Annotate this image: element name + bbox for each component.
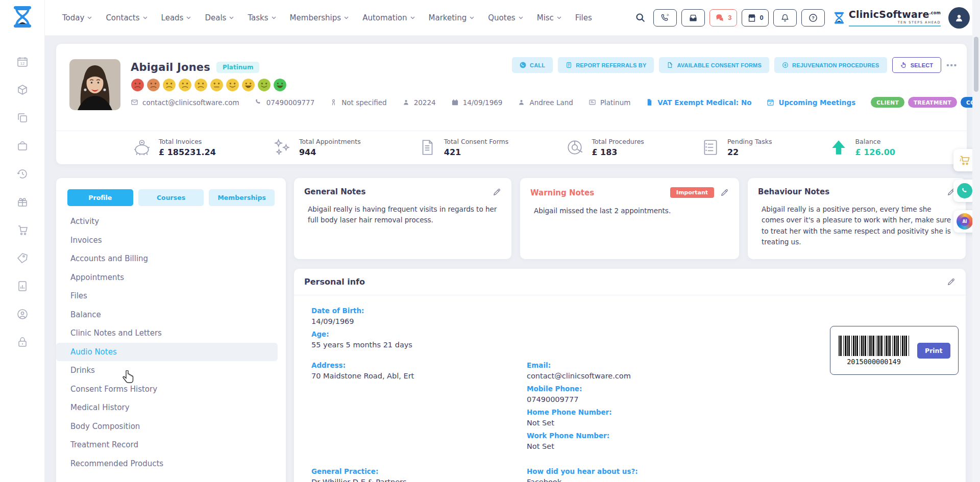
patient-header-card: Abigail Jones Platinum contact@clinicsof… [56,44,967,164]
store-button[interactable]: 0 [742,9,769,27]
satisfaction-emoji-happy[interactable] [241,78,255,92]
patient-label-pill[interactable]: CLIENT [871,97,904,108]
cart-icon[interactable] [16,224,29,236]
personal-info-card: Personal info Date of Birth: 14/09/1969 … [294,269,966,482]
arrow-up-icon [829,138,848,157]
top-bar: Today Contacts Leads Deals Tasks Members… [45,0,980,36]
hourglass-logo-icon [832,10,846,26]
nav-misc[interactable]: Misc [537,13,561,22]
patient-dob: 14/09/1969 [451,98,503,107]
tab-profile[interactable]: Profile [67,189,133,206]
nav-memberships[interactable]: Memberships [290,13,349,22]
calendar-check-icon [767,98,774,106]
bag-icon[interactable] [16,140,29,152]
menu-item-files[interactable]: Files [56,287,286,306]
more-actions-button[interactable]: ••• [946,61,958,69]
user-avatar[interactable] [948,7,970,29]
edit-pencil-icon[interactable] [947,277,955,286]
panel-menu: Activity Invoices Accounts and Billing A… [56,212,286,473]
nav-today[interactable]: Today [62,13,92,22]
gender-icon [330,98,337,106]
call-button[interactable]: CALL [512,57,553,73]
chevron-down-icon [557,16,561,19]
field-home-phone: Home Phone Number: Not Set [527,408,631,427]
satisfaction-emoji-meh[interactable] [194,78,208,92]
patient-label-pill[interactable]: TREATMENT [908,97,957,108]
lock-icon[interactable] [16,336,29,348]
satisfaction-emoji-great[interactable] [257,78,271,92]
menu-item-activity[interactable]: Activity [56,212,286,231]
field-mobile-phone: Mobile Phone: 07490009777 [527,385,631,403]
chat-button[interactable]: 3 [709,9,737,27]
tier-badge: Platinum [216,62,259,73]
menu-item-balance[interactable]: Balance [56,306,286,324]
patient-name: Abigail Jones [131,61,210,73]
consent-forms-button[interactable]: AVAILABLE CONSENT FORMS [659,57,769,73]
nav-marketing[interactable]: Marketing [429,13,475,22]
nav-automation[interactable]: Automation [362,13,414,22]
print-barcode-button[interactable]: Print [917,343,950,359]
bell-icon [780,13,790,22]
search-icon[interactable] [635,12,646,23]
barcode-number: 2015000000149 [839,358,909,366]
edit-pencil-icon[interactable] [720,188,729,197]
report-icon[interactable] [16,280,29,292]
tab-courses[interactable]: Courses [138,189,204,206]
chevron-down-icon [186,16,191,19]
upcoming-meetings-link[interactable]: Upcoming Meetings [767,98,855,107]
field-hear-about-us: How did you hear about us?: Facebook [527,467,638,482]
notifications-button[interactable] [773,9,797,27]
help-button[interactable]: ? [801,9,825,27]
menu-item-medical-history[interactable]: Medical History [56,398,286,417]
menu-item-body-composition[interactable]: Body Composition [56,417,286,436]
barcode [839,336,909,356]
rejuvenation-procedures-button[interactable]: REJUVENATION PROCEDURES [774,57,887,73]
tag-icon[interactable] [16,252,29,264]
patient-phone[interactable]: 07490009777 [255,98,314,107]
chevron-down-icon [344,16,349,19]
menu-item-clinic-notes-and-letters[interactable]: Clinic Notes and Letters [56,324,286,343]
copy-icon[interactable] [16,112,29,124]
package-icon[interactable] [16,84,29,96]
history-icon[interactable] [16,168,29,180]
satisfaction-emoji-displeased[interactable] [178,78,192,92]
report-referrals-button[interactable]: REPORT REFERRALS BY [558,57,654,73]
patient-owner: Andree Land [518,98,573,107]
satisfaction-emoji-angry[interactable] [146,78,160,92]
nav-files[interactable]: Files [575,13,592,22]
satisfaction-emoji-content[interactable] [226,78,239,92]
satisfaction-emoji-excellent[interactable] [273,78,287,92]
ai-icon: AI [957,213,973,230]
menu-item-drinks[interactable]: Drinks [56,361,286,380]
clinicsoftware-logo-icon[interactable] [9,5,36,29]
clinicsoftware-brand[interactable]: ClinicSoftware.com TEN STEPS AHEAD [832,9,941,27]
edit-pencil-icon[interactable] [493,188,501,196]
patient-email[interactable]: contact@clinicsoftware.com [131,98,239,107]
vat-exempt-link[interactable]: VAT Exempt Medical: No [646,98,751,107]
menu-item-consent-forms-history[interactable]: Consent Forms History [56,380,286,399]
satisfaction-emoji-neutral[interactable] [210,78,224,92]
menu-item-treatment-record[interactable]: Treatment Record [56,436,286,454]
gift-icon[interactable] [16,196,29,208]
tab-memberships[interactable]: Memberships [209,189,275,206]
menu-item-appointments[interactable]: Appointments [56,268,286,287]
satisfaction-emoji-unhappy[interactable] [162,78,176,92]
dialer-button[interactable] [653,9,677,27]
scrollbar-thumb[interactable] [974,37,978,92]
stat-pending-tasks: Pending Tasks22 [701,138,772,157]
calendar-icon[interactable]: 12 [16,56,29,68]
contact-icon[interactable] [16,308,29,320]
satisfaction-emoji-very-angry[interactable] [131,78,144,92]
nav-contacts[interactable]: Contacts [106,13,147,22]
nav-deals[interactable]: Deals [205,13,234,22]
menu-item-accounts-and-billing[interactable]: Accounts and Billing [56,249,286,268]
select-button[interactable]: SELECT [892,57,942,73]
menu-item-invoices[interactable]: Invoices [56,231,286,250]
nav-tasks[interactable]: Tasks [248,13,276,22]
document-icon [418,138,436,157]
nav-quotes[interactable]: Quotes [488,13,523,22]
inbox-button[interactable] [681,9,705,27]
menu-item-audio-notes[interactable]: Audio Notes [56,343,278,362]
nav-leads[interactable]: Leads [161,13,191,22]
menu-item-recommended-products[interactable]: Recommended Products [56,454,286,473]
